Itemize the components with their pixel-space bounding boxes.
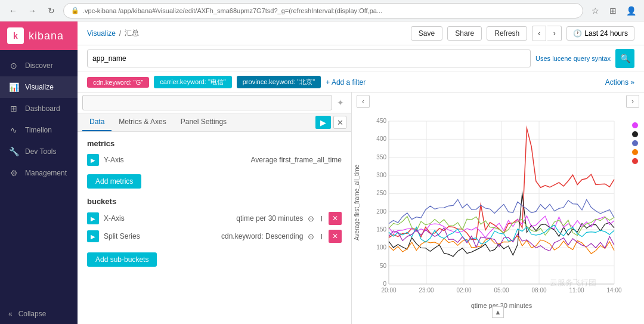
chart-legend: [632, 122, 638, 164]
legend-dot-5[interactable]: [632, 158, 638, 164]
time-prev-button[interactable]: ‹: [532, 26, 546, 41]
split-series-sort-icon[interactable]: I: [320, 232, 323, 241]
save-button[interactable]: Save: [411, 26, 442, 41]
x-axis-expand-icon[interactable]: ▶: [87, 212, 99, 224]
collapse-label: Collapse: [18, 310, 47, 318]
close-editor-button[interactable]: ✕: [333, 116, 346, 129]
y-axis-row: ▶ Y-Axis Average first_frame_all_time: [87, 154, 342, 166]
dashboard-icon: ⊞: [8, 104, 19, 113]
bookmark-icon[interactable]: ☆: [588, 4, 602, 18]
refresh-button[interactable]: Refresh: [487, 26, 527, 41]
kibana-logo-text: kibana: [29, 30, 64, 42]
metrics-section-title: metrics: [87, 139, 342, 148]
visualize-icon: 📊: [8, 82, 19, 92]
visualization-name-input[interactable]: [82, 95, 332, 110]
breadcrumb-visualize[interactable]: Visualize: [87, 29, 116, 38]
play-button[interactable]: ▶: [315, 116, 331, 129]
main-content: Visualize / 汇总 Save Share Refresh ‹ › 🕐 …: [78, 21, 644, 324]
sidebar-nav: ⊙ Discover 📊 Visualize ⊞ Dashboard ∿ Tim…: [0, 50, 78, 304]
sidebar-collapse-button[interactable]: « Collapse: [0, 304, 78, 324]
tab-data[interactable]: Data: [82, 113, 112, 131]
forward-button[interactable]: →: [25, 4, 39, 18]
browser-chrome: ← → ↻ 🔒 .vpc-kibana /app/kibana#/visuali…: [0, 0, 644, 21]
sidebar-item-label-discover: Discover: [25, 61, 53, 70]
app-container: k kibana ⊙ Discover 📊 Visualize ⊞ Dashbo…: [0, 21, 644, 324]
search-input[interactable]: [92, 54, 525, 63]
legend-dot-3[interactable]: [632, 140, 638, 146]
clock-icon: 🕐: [573, 29, 582, 38]
panel-header-row: ✦: [78, 92, 351, 113]
tab-panel-settings[interactable]: Panel Settings: [174, 113, 234, 131]
search-bar: Uses lucene query syntax 🔍: [78, 45, 644, 72]
back-button[interactable]: ←: [6, 4, 20, 18]
x-axis-toggle-icon[interactable]: ⊙: [308, 214, 314, 223]
collapse-icon: «: [8, 310, 13, 318]
x-axis-label: X-Axis: [104, 214, 231, 223]
time-range-label: Last 24 hours: [584, 29, 628, 38]
favorite-icon[interactable]: ✦: [335, 98, 346, 107]
left-panel: ✦ Data Metrics & Axes Panel Settings ▶ ✕…: [78, 92, 352, 324]
time-nav-arrows: ‹ ›: [532, 26, 562, 41]
share-button[interactable]: Share: [447, 26, 482, 41]
y-axis-value: Average first_frame_all_time: [250, 156, 342, 164]
actions-link[interactable]: Actions »: [605, 78, 634, 87]
legend-dot-2[interactable]: [632, 131, 638, 137]
filters-bar: cdn.keyword: "G" carrier.keyword: "电信" p…: [78, 72, 644, 92]
devtools-icon: 🔧: [8, 147, 19, 156]
browser-actions: ☆ ⊞ 👤: [588, 4, 638, 18]
chart-left-button[interactable]: ‹: [357, 95, 370, 108]
search-button[interactable]: 🔍: [615, 49, 634, 68]
chart-scroll-button[interactable]: ▲: [492, 306, 504, 318]
sidebar-item-label-dashboard: Dashboard: [25, 104, 60, 113]
refresh-button[interactable]: ↻: [44, 4, 58, 18]
lock-icon: 🔒: [71, 7, 79, 14]
sidebar-item-devtools[interactable]: 🔧 Dev Tools: [0, 141, 78, 162]
tabs-row: Data Metrics & Axes Panel Settings ▶ ✕: [78, 113, 351, 132]
kibana-logo-icon: k: [7, 27, 24, 44]
sidebar-logo[interactable]: k kibana: [0, 21, 78, 50]
chart-right-button[interactable]: ›: [626, 95, 639, 108]
chart-area: 云服务飞行团: [352, 110, 644, 324]
tab-metrics-axes[interactable]: Metrics & Axes: [112, 113, 173, 131]
timelion-icon: ∿: [8, 125, 19, 135]
line-chart-canvas: [352, 115, 632, 311]
top-actions: Save Share Refresh ‹ › 🕐 Last 24 hours: [411, 26, 634, 41]
sidebar-item-visualize[interactable]: 📊 Visualize: [0, 76, 78, 98]
sidebar-item-discover[interactable]: ⊙ Discover: [0, 55, 78, 76]
time-picker[interactable]: 🕐 Last 24 hours: [566, 26, 634, 41]
add-metrics-button[interactable]: Add metrics: [87, 174, 141, 189]
filter-tag-cdn[interactable]: cdn.keyword: "G": [87, 77, 149, 88]
add-filter-button[interactable]: + Add a filter: [326, 78, 366, 87]
split-series-label: Split Series: [104, 232, 216, 240]
split-series-delete-button[interactable]: ✕: [329, 230, 342, 243]
sidebar-item-label-management: Management: [25, 169, 67, 177]
x-axis-delete-button[interactable]: ✕: [329, 212, 342, 225]
url-bar[interactable]: 🔒 .vpc-kibana /app/kibana#/visualize/edi…: [63, 3, 583, 18]
extensions-icon[interactable]: ⊞: [606, 4, 620, 18]
lucene-syntax-link[interactable]: Uses lucene query syntax: [535, 55, 611, 62]
split-series-row: ▶ Split Series cdn.keyword: Descending ⊙…: [87, 230, 342, 243]
legend-dot-4[interactable]: [632, 149, 638, 155]
x-axis-sort-icon[interactable]: I: [320, 214, 323, 223]
sidebar-item-management[interactable]: ⚙ Management: [0, 162, 78, 184]
breadcrumb-page: 汇总: [125, 28, 139, 38]
breadcrumb: Visualize / 汇总: [87, 28, 139, 38]
discover-icon: ⊙: [8, 61, 19, 70]
sidebar-item-label-timelion: Timelion: [25, 126, 52, 134]
filter-tag-province[interactable]: province.keyword: "北京": [237, 76, 321, 88]
search-input-wrap[interactable]: [87, 50, 531, 67]
account-icon[interactable]: 👤: [624, 4, 638, 18]
split-series-toggle-icon[interactable]: ⊙: [308, 232, 314, 241]
sidebar-item-timelion[interactable]: ∿ Timelion: [0, 119, 78, 141]
panel-body: metrics ▶ Y-Axis Average first_frame_all…: [78, 132, 351, 324]
y-axis-expand-icon[interactable]: ▶: [87, 154, 99, 166]
sidebar-item-dashboard[interactable]: ⊞ Dashboard: [0, 98, 78, 119]
split-series-value: cdn.keyword: Descending: [221, 232, 303, 240]
content-area: ✦ Data Metrics & Axes Panel Settings ▶ ✕…: [78, 92, 644, 324]
legend-dot-1[interactable]: [632, 122, 638, 128]
split-series-expand-icon[interactable]: ▶: [87, 230, 99, 242]
top-bar: Visualize / 汇总 Save Share Refresh ‹ › 🕐 …: [78, 21, 644, 45]
time-next-button[interactable]: ›: [547, 26, 562, 41]
filter-tag-carrier[interactable]: carrier.keyword: "电信": [154, 76, 232, 88]
add-sub-buckets-button[interactable]: Add sub-buckets: [87, 252, 157, 267]
